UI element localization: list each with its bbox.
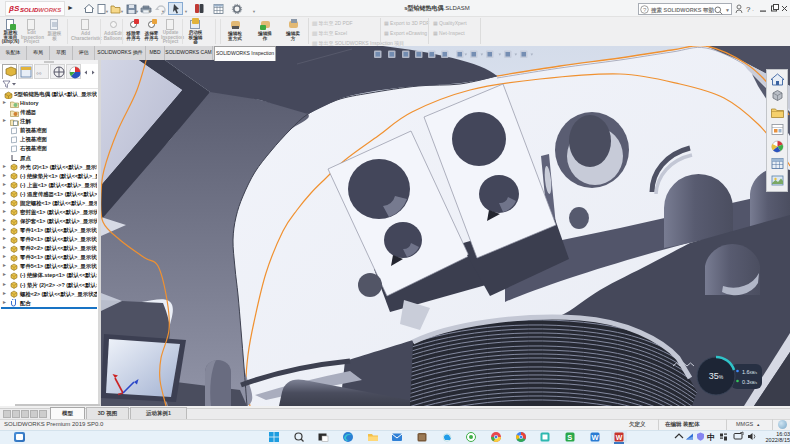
svg-text:中: 中	[707, 433, 715, 442]
svg-text:S: S	[567, 433, 572, 442]
svg-text:·: ·	[752, 7, 754, 13]
svg-text:W: W	[616, 434, 623, 441]
svg-text:◦◦: ◦◦	[36, 69, 42, 78]
svg-text:?: ?	[746, 5, 751, 14]
svg-text:?: ?	[643, 7, 647, 13]
svg-text:W: W	[591, 433, 599, 442]
